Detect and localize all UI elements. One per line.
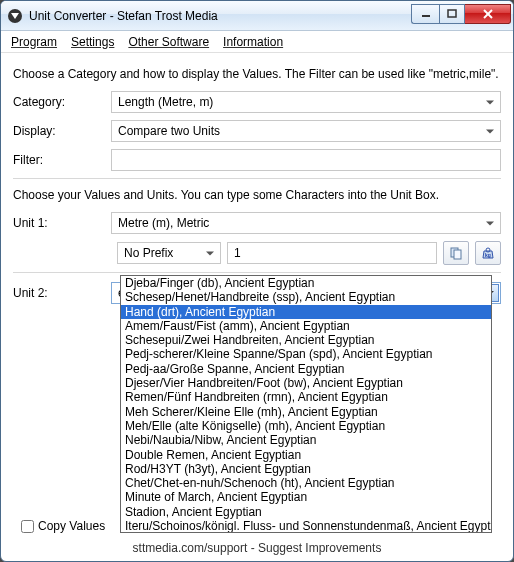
dropdown-option[interactable]: Schesepui/Zwei Handbreiten, Ancient Egyp…	[121, 333, 491, 347]
copy-values-checkbox[interactable]	[21, 520, 34, 533]
copy-values-row: Copy Values	[21, 519, 105, 533]
display-dropdown[interactable]: Compare two Units	[111, 120, 501, 142]
dropdown-option[interactable]: Double Remen, Ancient Egyptian	[121, 448, 491, 462]
dropdown-option[interactable]: Hand (drt), Ancient Egyptian	[121, 305, 491, 319]
app-window: Unit Converter - Stefan Trost Media Prog…	[0, 0, 514, 562]
menu-information[interactable]: Information	[223, 35, 283, 49]
dropdown-option[interactable]: Remen/Fünf Handbreiten (rmn), Ancient Eg…	[121, 390, 491, 404]
minimize-button[interactable]	[411, 4, 439, 24]
dropdown-option[interactable]: Iteru/Schoinos/königl. Fluss- und Sonnen…	[121, 519, 491, 533]
svg-rect-2	[448, 10, 456, 17]
dropdown-option[interactable]: Meh/Elle (alte Königselle) (mh), Ancient…	[121, 419, 491, 433]
dropdown-option[interactable]: Rod/H3YT (h3yt), Ancient Egyptian	[121, 462, 491, 476]
separator	[13, 178, 501, 179]
dropdown-option[interactable]: Amem/Faust/Fist (amm), Ancient Egyptian	[121, 319, 491, 333]
dropdown-option[interactable]: Schesep/Henet/Handbreite (ssp), Ancient …	[121, 290, 491, 304]
category-label: Category:	[13, 95, 111, 109]
window-title: Unit Converter - Stefan Trost Media	[29, 9, 411, 23]
unit1-dropdown[interactable]: Metre (m), Metric	[111, 212, 501, 234]
dropdown-option[interactable]: Pedj-aa/Große Spanne, Ancient Egyptian	[121, 362, 491, 376]
menu-program[interactable]: Program	[11, 35, 57, 49]
dropdown-option[interactable]: Nebi/Naubia/Nibw, Ancient Egyptian	[121, 433, 491, 447]
unit2-dropdown-list[interactable]: Djeba/Finger (db), Ancient EgyptianSches…	[120, 275, 492, 533]
unit1-label: Unit 1:	[13, 216, 111, 230]
value-input[interactable]: 1	[227, 242, 437, 264]
dropdown-option[interactable]: Chet/Chet-en-nuh/Schenoch (ht), Ancient …	[121, 476, 491, 490]
dropdown-option[interactable]: Meh Scherer/Kleine Elle (mh), Ancient Eg…	[121, 405, 491, 419]
weight-button[interactable]: kg	[475, 241, 501, 265]
unit2-label: Unit 2:	[13, 286, 111, 300]
unit-instruction: Choose your Values and Units. You can ty…	[13, 188, 501, 202]
window-controls	[411, 8, 511, 24]
menu-other-software[interactable]: Other Software	[128, 35, 209, 49]
weight-icon: kg	[481, 246, 495, 260]
dropdown-option[interactable]: Minute of March, Ancient Egyptian	[121, 490, 491, 504]
footer-link[interactable]: sttmedia.com/support - Suggest Improveme…	[1, 541, 513, 555]
menu-settings[interactable]: Settings	[71, 35, 114, 49]
separator-2	[13, 272, 501, 273]
dropdown-option[interactable]: Pedj-scherer/Kleine Spanne/Span (spd), A…	[121, 347, 491, 361]
filter-label: Filter:	[13, 153, 111, 167]
menubar: Program Settings Other Software Informat…	[1, 31, 513, 53]
dropdown-option[interactable]: Djeser/Vier Handbreiten/Foot (bw), Ancie…	[121, 376, 491, 390]
category-dropdown[interactable]: Length (Metre, m)	[111, 91, 501, 113]
category-instruction: Choose a Category and how to display the…	[13, 67, 501, 81]
svg-text:kg: kg	[485, 252, 491, 258]
app-icon	[7, 8, 23, 24]
maximize-button[interactable]	[439, 4, 465, 24]
copy-values-label: Copy Values	[38, 519, 105, 533]
dropdown-option[interactable]: Stadion, Ancient Egyptian	[121, 505, 491, 519]
titlebar: Unit Converter - Stefan Trost Media	[1, 1, 513, 31]
display-label: Display:	[13, 124, 111, 138]
filter-input[interactable]	[111, 149, 501, 171]
copy-button[interactable]	[443, 241, 469, 265]
copy-icon	[449, 246, 463, 260]
close-button[interactable]	[465, 4, 511, 24]
dropdown-option[interactable]: Djeba/Finger (db), Ancient Egyptian	[121, 276, 491, 290]
svg-rect-6	[454, 250, 461, 259]
prefix-dropdown[interactable]: No Prefix	[117, 242, 221, 264]
content-area: Choose a Category and how to display the…	[1, 53, 513, 304]
